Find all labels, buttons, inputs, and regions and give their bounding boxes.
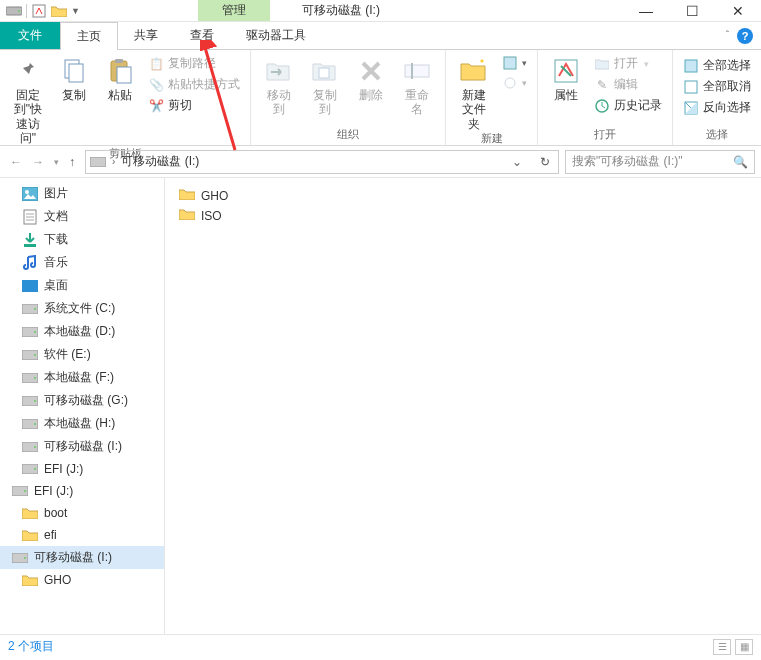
paste-shortcut-button[interactable]: 📎粘贴快捷方式 [146, 75, 242, 94]
drive-icon [12, 483, 28, 499]
tree-item[interactable]: 系统文件 (C:) [0, 297, 164, 320]
file-item[interactable]: GHO [177, 186, 749, 206]
address-bar[interactable]: › 可移动磁盘 (I:) ⌄ ↻ [85, 150, 559, 174]
minimize-button[interactable]: — [623, 0, 669, 22]
tree-item[interactable]: 文档 [0, 205, 164, 228]
tree-item-label: 可移动磁盘 (I:) [34, 549, 112, 566]
drive-icon [6, 3, 22, 19]
tree-item[interactable]: 本地磁盘 (D:) [0, 320, 164, 343]
maximize-button[interactable]: ☐ [669, 0, 715, 22]
tab-file[interactable]: 文件 [0, 22, 60, 49]
group-organize: 移动到 复制到 删除 重命名 组织 [251, 50, 446, 145]
svg-point-21 [25, 190, 29, 194]
tree-item[interactable]: EFI (J:) [0, 480, 164, 502]
search-input[interactable]: 搜索"可移动磁盘 (I:)" 🔍 [565, 150, 755, 174]
drive-icon [22, 347, 38, 363]
easy-access-button[interactable]: ▾ [500, 74, 529, 92]
ribbon-collapse-icon[interactable]: ˆ [726, 30, 729, 41]
tree-item[interactable]: 可移动磁盘 (G:) [0, 389, 164, 412]
address-dropdown-icon[interactable]: ⌄ [508, 155, 526, 169]
select-all-button[interactable]: 全部选择 [681, 56, 753, 75]
group-select: 全部选择 全部取消 反向选择 选择 [673, 50, 761, 145]
breadcrumb-sep-icon[interactable]: › [112, 156, 115, 167]
move-to-label: 移动到 [263, 88, 295, 117]
svg-rect-8 [117, 67, 131, 83]
icons-view-button[interactable]: ▦ [735, 639, 753, 655]
file-item[interactable]: ISO [177, 206, 749, 226]
tree-item[interactable]: 图片 [0, 182, 164, 205]
copy-path-button[interactable]: 📋复制路径 [146, 54, 242, 73]
tab-home[interactable]: 主页 [60, 22, 118, 50]
svg-rect-9 [319, 68, 329, 78]
forward-button[interactable]: → [32, 155, 44, 169]
tree-item[interactable]: 本地磁盘 (F:) [0, 366, 164, 389]
file-name: ISO [201, 209, 222, 223]
search-placeholder: 搜索"可移动磁盘 (I:)" [572, 153, 683, 170]
back-button[interactable]: ← [10, 155, 22, 169]
tree-item-label: 图片 [44, 185, 68, 202]
folder-qat-icon[interactable] [51, 3, 67, 19]
tree-item[interactable]: 可移动磁盘 (I:) [0, 546, 164, 569]
tab-drive-tools[interactable]: 驱动器工具 [230, 22, 322, 49]
svg-rect-7 [115, 59, 123, 63]
properties-button[interactable]: 属性 [544, 52, 588, 102]
tree-item[interactable]: 可移动磁盘 (I:) [0, 435, 164, 458]
svg-point-2 [18, 10, 20, 12]
invert-selection-button[interactable]: 反向选择 [681, 98, 753, 117]
tree-item[interactable]: boot [0, 502, 164, 524]
history-button[interactable]: 历史记录 [592, 96, 664, 115]
properties-qat-icon[interactable] [31, 3, 47, 19]
new-item-icon [502, 55, 518, 71]
easy-access-icon [502, 75, 518, 91]
copy-button[interactable]: 复制 [52, 52, 96, 102]
tree-item[interactable]: 下载 [0, 228, 164, 251]
tree-item-label: EFI (J:) [44, 462, 83, 476]
help-icon[interactable]: ? [737, 28, 753, 44]
tree-item-label: GHO [44, 573, 71, 587]
tree-item[interactable]: 桌面 [0, 274, 164, 297]
svg-point-33 [34, 354, 36, 356]
close-button[interactable]: ✕ [715, 0, 761, 22]
select-none-button[interactable]: 全部取消 [681, 77, 753, 96]
new-folder-button[interactable]: 新建文件夹 [452, 52, 496, 131]
tab-view[interactable]: 查看 [174, 22, 230, 49]
recent-drop-icon[interactable]: ▾ [54, 157, 59, 167]
tree-item[interactable]: EFI (J:) [0, 458, 164, 480]
tree-item[interactable]: 音乐 [0, 251, 164, 274]
tree-item-label: 下载 [44, 231, 68, 248]
pin-to-quick-access-button[interactable]: 固定到"快速访问" [6, 52, 50, 146]
new-item-button[interactable]: ▾ [500, 54, 529, 72]
tree-item[interactable]: efi [0, 524, 164, 546]
search-icon[interactable]: 🔍 [733, 155, 748, 169]
documents-icon [22, 209, 38, 225]
tree-item-label: 本地磁盘 (F:) [44, 369, 114, 386]
content-pane[interactable]: GHOISO [165, 178, 761, 634]
folder-icon [22, 572, 38, 588]
open-item-button[interactable]: 打开▾ [592, 54, 664, 73]
copy-to-button[interactable]: 复制到 [303, 52, 347, 117]
edit-button[interactable]: ✎编辑 [592, 75, 664, 94]
refresh-button[interactable]: ↻ [536, 155, 554, 169]
rename-button[interactable]: 重命名 [395, 52, 439, 117]
breadcrumb[interactable]: 可移动磁盘 (I:) [121, 153, 199, 170]
details-view-button[interactable]: ☰ [713, 639, 731, 655]
file-name: GHO [201, 189, 228, 203]
open-group-label: 打开 [594, 127, 616, 143]
move-to-button[interactable]: 移动到 [257, 52, 301, 117]
tab-share[interactable]: 共享 [118, 22, 174, 49]
drive-icon [22, 301, 38, 317]
qat-dropdown-icon[interactable]: ▼ [71, 6, 80, 16]
navigation-pane[interactable]: 图片文档下载音乐桌面系统文件 (C:)本地磁盘 (D:)软件 (E:)本地磁盘 … [0, 178, 165, 634]
copy-icon [58, 56, 90, 86]
tree-item-label: 可移动磁盘 (I:) [44, 438, 122, 455]
tree-item[interactable]: 软件 (E:) [0, 343, 164, 366]
cut-button[interactable]: ✂️剪切 [146, 96, 242, 115]
tree-item[interactable]: GHO [0, 569, 164, 591]
move-to-icon [263, 56, 295, 86]
drive-icon [22, 439, 38, 455]
delete-button[interactable]: 删除 [349, 52, 393, 102]
up-button[interactable]: ↑ [69, 155, 75, 169]
paste-button[interactable]: 粘贴 [98, 52, 142, 102]
tree-item[interactable]: 本地磁盘 (H:) [0, 412, 164, 435]
pin-label: 固定到"快速访问" [12, 88, 44, 146]
